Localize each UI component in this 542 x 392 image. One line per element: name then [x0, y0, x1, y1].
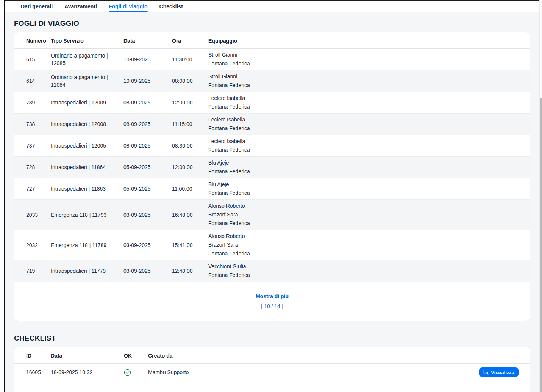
equipaggio-cell: Alonso RobertoBrazorf SaraFontana Federi… [208, 200, 530, 230]
ora-cell: 08:30:00 [172, 135, 208, 157]
fogli-row-2032[interactable]: 2032Emergenza 118 | 1178903-09-202515:41… [14, 230, 530, 260]
app-container: Dati generaliAvanzamentiFogli di viaggio… [5, 0, 542, 392]
crew-member: Fontana Federica [208, 189, 527, 198]
checklist-column-header-ok: OK [124, 347, 148, 364]
crew-member: Leclerc Isabella [208, 115, 527, 124]
data-cell: 03-09-2025 [123, 230, 172, 260]
numero-cell: 614 [14, 70, 51, 92]
fogli-row-728[interactable]: 728Intraospedalieri | 1186405-09-202512:… [14, 157, 530, 178]
checklist-card: IDDataOKCreato da 1660518-09-2025 10:32M… [14, 347, 530, 392]
equipaggio-cell: Blu AjejeFontana Federica [208, 157, 530, 178]
checklist-table-body: 1660518-09-2025 10:32Mambu SupportoVisua… [14, 364, 530, 381]
data-cell: 08-09-2025 [123, 92, 172, 114]
checklist-row-16605[interactable]: 1660518-09-2025 10:32Mambu SupportoVisua… [14, 364, 530, 381]
equipaggio-cell: Blu AjejeFontana Federica [208, 178, 530, 200]
ora-cell: 11:00:00 [172, 178, 208, 200]
fogli-column-header-ora: Ora [172, 32, 208, 49]
equipaggio-cell: Alonso RobertoBrazorf SaraFontana Federi… [208, 230, 530, 260]
ok-cell [124, 364, 148, 381]
crew-member: Blu Ajeje [208, 180, 527, 189]
fogli-row-737[interactable]: 737Intraospedalieri | 1200508-09-202508:… [14, 135, 530, 157]
crew-member: Fontana Federica [208, 271, 527, 280]
creato-da-cell: Mambu Supporto [148, 364, 465, 381]
crew-member: Leclerc Isabella [208, 137, 527, 146]
crew-member: Fontana Federica [208, 249, 527, 258]
growing-counter-link[interactable]: [ 10 / 14 ] [261, 303, 283, 309]
data-cell: 03-09-2025 [123, 200, 172, 230]
crew-member: Fontana Federica [208, 59, 527, 68]
fogli-row-615[interactable]: 615Ordinario a pagamento | 1208510-09-20… [14, 49, 530, 70]
ora-cell: 12:00:00 [172, 92, 208, 114]
tipo-servizio-cell: Intraospedalieri | 12008 [51, 114, 123, 135]
tab-avanzamenti[interactable]: Avanzamenti [64, 1, 97, 12]
checklist-table: IDDataOKCreato da 1660518-09-2025 10:32M… [14, 347, 530, 381]
fogli-row-727[interactable]: 727Intraospedalieri | 1186305-09-202511:… [14, 178, 530, 200]
equipaggio-cell: Stroll GianniFontana Federica [208, 70, 530, 92]
crew-member: Leclerc Isabella [208, 94, 527, 103]
tab-checklist[interactable]: Checklist [159, 1, 183, 12]
equipaggio-cell: Leclerc IsabellaFontana Federica [208, 114, 530, 135]
fogli-column-header-equipaggio: Equipaggio [208, 32, 530, 49]
numero-cell: 727 [14, 178, 51, 200]
crew-member: Brazorf Sara [208, 210, 527, 219]
fogli-row-719[interactable]: 719Intraospedalieri | 1177903-09-202512:… [14, 260, 530, 282]
crew-member: Fontana Federica [208, 146, 527, 154]
data-cell: 05-09-2025 [123, 157, 172, 178]
scrollbar[interactable] [539, 0, 542, 392]
show-more-link[interactable]: Mostra di più [256, 293, 289, 299]
crew-member: Blu Ajeje [208, 159, 527, 167]
fogli-table-header-row: NumeroTipo ServizioDataOraEquipaggio [14, 32, 530, 49]
crew-member: Fontana Federica [208, 81, 527, 90]
visualizza-button[interactable]: Visualizza [479, 367, 519, 377]
crew-member: Alonso Roberto [208, 202, 527, 210]
equipaggio-cell: Leclerc IsabellaFontana Federica [208, 135, 530, 157]
ora-cell: 12:00:00 [172, 157, 208, 178]
id-cell: 16605 [14, 364, 51, 381]
page: Dati generaliAvanzamentiFogli di viaggio… [0, 0, 542, 392]
numero-cell: 2032 [14, 230, 51, 260]
fogli-row-2033[interactable]: 2033Emergenza 118 | 1179303-09-202516:48… [14, 200, 530, 230]
numero-cell: 737 [14, 135, 51, 157]
tab-dati-generali[interactable]: Dati generali [21, 1, 53, 12]
numero-cell: 2033 [14, 200, 51, 230]
tipo-servizio-cell: Intraospedalieri | 11864 [51, 157, 123, 178]
crew-member: Vecchioni Giulia [208, 262, 527, 271]
equipaggio-cell: Vecchioni GiuliaFontana Federica [208, 260, 530, 282]
numero-cell: 728 [14, 157, 51, 178]
main-content: FOGLI DI VIAGGIO NumeroTipo ServizioData… [5, 12, 542, 392]
fogli-column-header-data: Data [123, 32, 172, 49]
ora-cell: 12:40:00 [172, 260, 208, 282]
ora-cell: 08:00:00 [172, 70, 208, 92]
tab-fogli-di-viaggio[interactable]: Fogli di viaggio [109, 1, 148, 12]
fogli-column-header-numero: Numero [14, 32, 51, 49]
fogli-row-739[interactable]: 739Intraospedalieri | 1200908-09-202512:… [14, 92, 530, 114]
ora-cell: 15:41:00 [172, 230, 208, 260]
check-circle-icon [124, 369, 131, 375]
tab-bar: Dati generaliAvanzamentiFogli di viaggio… [5, 1, 542, 12]
section-title-checklist: CHECKLIST [14, 334, 530, 342]
data-cell: 10-09-2025 [123, 49, 172, 70]
equipaggio-cell: Stroll GianniFontana Federica [208, 49, 530, 70]
scrollbar-thumb[interactable] [540, 98, 542, 392]
crew-member: Alonso Roberto [208, 232, 527, 241]
crew-member: Fontana Federica [208, 103, 527, 111]
fogli-column-header-tipo-servizio: Tipo Servizio [51, 32, 123, 49]
tipo-servizio-cell: Ordinario a pagamento | 12085 [51, 49, 123, 70]
section-title-fogli-di-viaggio: FOGLI DI VIAGGIO [14, 19, 530, 28]
tipo-servizio-cell: Ordinario a pagamento | 12084 [51, 70, 123, 92]
tab-strip: Dati generaliAvanzamentiFogli di viaggio… [21, 1, 183, 12]
numero-cell: 719 [14, 260, 51, 282]
crew-member: Fontana Federica [208, 124, 527, 133]
table-growing-footer: Mostra di più [ 10 / 14 ] [20, 285, 524, 321]
visualizza-button-label: Visualizza [491, 370, 514, 375]
numero-cell: 739 [14, 92, 51, 114]
crew-member: Fontana Federica [208, 219, 527, 228]
ora-cell: 11:15:00 [172, 114, 208, 135]
fogli-di-viaggio-card: NumeroTipo ServizioDataOraEquipaggio 615… [14, 32, 530, 321]
data-cell: 08-09-2025 [123, 135, 172, 157]
checklist-column-header-data: Data [51, 347, 124, 364]
fogli-row-614[interactable]: 614Ordinario a pagamento | 1208410-09-20… [14, 70, 530, 92]
tipo-servizio-cell: Emergenza 118 | 11793 [51, 200, 123, 230]
fogli-row-738[interactable]: 738Intraospedalieri | 1200808-09-202511:… [14, 114, 530, 135]
data-cell: 18-09-2025 10:32 [51, 364, 124, 381]
